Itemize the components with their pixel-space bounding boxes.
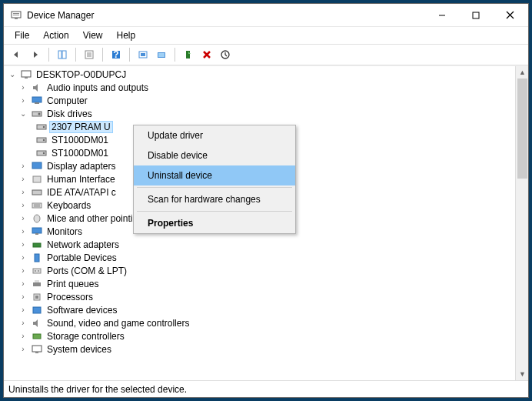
disk-icon [31,109,43,119]
computer-icon [31,95,43,106]
disk-icon [35,122,48,132]
expand-icon[interactable]: › [18,188,28,196]
tree-category-disk[interactable]: ⌄ Disk drives [4,107,515,120]
context-update-driver[interactable]: Update driver [134,125,295,145]
expand-icon[interactable]: › [18,266,28,275]
svg-rect-27 [35,102,39,104]
titlebar: Device Manager [4,4,528,27]
expand-icon[interactable]: › [18,227,28,236]
svg-point-42 [34,215,40,222]
enable-device-button[interactable] [180,46,197,63]
update-driver-button[interactable] [153,46,170,63]
tree-category-portable[interactable]: › Portable Devices [4,251,515,264]
printer-icon [31,279,43,289]
tree-category-storage[interactable]: › Storage controllers [4,329,515,343]
maximize-button[interactable] [459,5,493,26]
expand-icon[interactable]: › [18,96,28,105]
tree-category-system[interactable]: › System devices [4,343,515,356]
toolbar: ? [4,44,528,65]
show-hide-tree-button[interactable] [54,46,71,63]
menu-help[interactable]: Help [111,28,142,42]
tree-category-print[interactable]: › Print queues [4,277,515,290]
svg-point-33 [43,139,45,140]
tree-category-audio[interactable]: › Audio inputs and outputs [4,81,515,94]
portable-icon [31,252,43,263]
svg-rect-3 [15,18,18,19]
device-tree[interactable]: ⌄ DESKTOP-O0DUPCJ › Audio inputs and out… [4,66,515,380]
ide-icon [31,187,43,198]
svg-point-31 [43,125,45,127]
forward-button[interactable] [27,46,44,63]
expand-icon[interactable]: › [18,201,28,209]
expand-icon[interactable]: › [18,240,28,249]
svg-rect-51 [35,280,39,282]
scroll-down-icon[interactable]: ▼ [516,368,528,380]
svg-rect-25 [25,77,28,79]
cpu-icon [31,292,43,302]
svg-rect-20 [186,51,190,58]
svg-point-48 [35,270,36,272]
tree-root[interactable]: ⌄ DESKTOP-O0DUPCJ [4,68,515,81]
tree-category-ports[interactable]: › Ports (COM & LPT) [4,264,515,277]
svg-rect-46 [35,254,39,262]
back-button[interactable] [8,46,25,63]
context-scan-hardware[interactable]: Scan for hardware changes [134,189,295,209]
expand-icon[interactable]: › [18,162,28,170]
expand-icon[interactable]: › [18,279,28,288]
tree-category-network[interactable]: › Network adapters [4,238,515,251]
svg-text:?: ? [113,49,118,60]
expand-icon[interactable]: › [18,306,28,314]
menu-file[interactable]: File [8,28,35,42]
svg-rect-17 [141,53,145,56]
svg-rect-9 [62,51,66,58]
svg-rect-57 [35,352,38,353]
tree-category-computer[interactable]: › Computer [4,94,515,107]
svg-point-35 [43,152,45,153]
expand-icon[interactable]: › [18,292,28,301]
storage-icon [31,331,43,342]
expand-icon[interactable]: › [18,214,28,222]
scroll-up-icon[interactable]: ▲ [516,66,528,79]
keyboard-icon [31,200,43,211]
svg-rect-24 [22,71,31,77]
content-area: ⌄ DESKTOP-O0DUPCJ › Audio inputs and out… [4,65,528,380]
collapse-icon[interactable]: ⌄ [18,109,28,118]
tree-category-sound[interactable]: › Sound, video and game controllers [4,316,515,329]
svg-rect-56 [32,346,42,352]
minimize-button[interactable] [425,5,459,26]
collapse-icon[interactable]: ⌄ [7,70,18,79]
mouse-icon [31,213,43,224]
menubar: File Action View Help [4,27,528,44]
help-button[interactable]: ? [108,46,125,63]
menu-action[interactable]: Action [37,28,75,42]
expand-icon[interactable]: › [18,175,28,183]
expand-icon[interactable]: › [18,345,28,353]
menu-view[interactable]: View [77,28,109,42]
tree-category-software[interactable]: › Software devices [4,303,515,316]
uninstall-device-button[interactable] [198,46,215,63]
expand-icon[interactable]: › [18,253,28,262]
root-label: DESKTOP-O0DUPCJ [35,69,128,80]
context-uninstall-device[interactable]: Uninstall device [134,165,295,185]
vertical-scrollbar[interactable]: ▲ ▼ [515,66,528,380]
expand-icon[interactable]: › [18,332,28,340]
window-controls [425,5,527,26]
software-icon [31,305,43,316]
ports-icon [31,266,43,276]
svg-rect-30 [37,125,46,129]
svg-rect-34 [37,151,46,155]
properties-button[interactable] [81,46,98,63]
scrollbar-thumb[interactable] [517,79,527,179]
context-disable-device[interactable]: Disable device [134,145,295,165]
app-icon [10,9,22,22]
tree-category-processors[interactable]: › Processors [4,290,515,303]
disable-device-button[interactable] [217,46,234,63]
svg-rect-50 [33,282,41,286]
svg-rect-54 [33,307,41,313]
context-properties[interactable]: Properties [134,213,295,233]
close-button[interactable] [493,5,527,26]
computer-icon [20,69,32,80]
expand-icon[interactable]: › [18,83,28,92]
expand-icon[interactable]: › [18,319,28,327]
scan-hardware-button[interactable] [135,46,151,63]
